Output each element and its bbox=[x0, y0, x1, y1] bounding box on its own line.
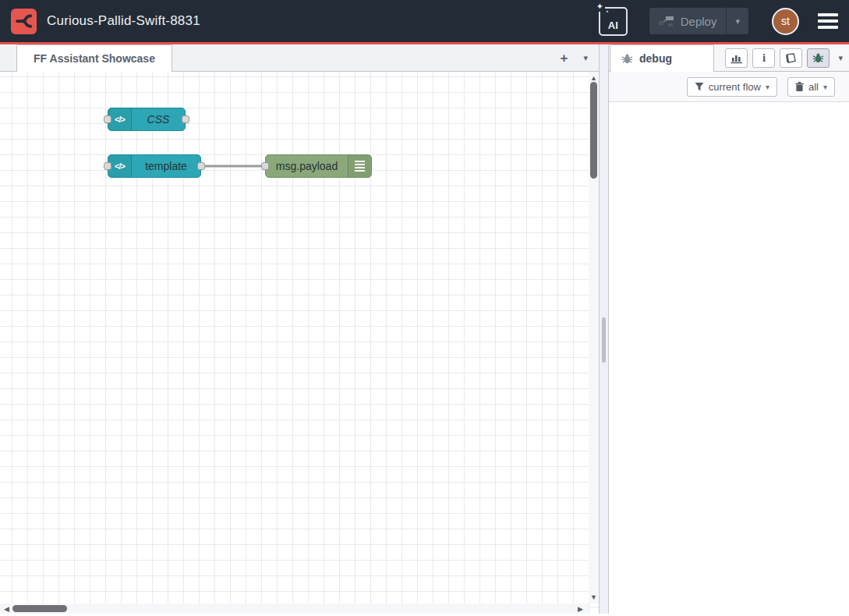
tabbar-actions: + ▾ bbox=[561, 44, 588, 71]
flow-list-caret-icon[interactable]: ▾ bbox=[583, 53, 588, 63]
funnel-icon bbox=[695, 82, 704, 91]
avatar-initials: st bbox=[781, 15, 790, 27]
main-area: FF Assistant Showcase + ▾ </> CSS bbox=[0, 44, 849, 614]
clear-caret-icon: ▾ bbox=[823, 83, 827, 91]
sidebar-menu-caret-icon[interactable]: ▾ bbox=[838, 53, 843, 63]
sidebar-resize-handle[interactable] bbox=[602, 317, 606, 363]
scroll-up-icon[interactable]: ▲ bbox=[589, 74, 599, 82]
node-label: CSS bbox=[132, 108, 185, 130]
node-ui-template[interactable]: </> template bbox=[108, 154, 201, 178]
scroll-left-icon[interactable]: ◀ bbox=[2, 605, 12, 613]
help-tab-button[interactable] bbox=[780, 48, 802, 68]
input-port[interactable] bbox=[104, 115, 111, 123]
flow-tabbar: FF Assistant Showcase + ▾ bbox=[0, 44, 599, 72]
debug-lines-icon bbox=[348, 155, 371, 177]
node-label: msg.payload bbox=[266, 155, 348, 177]
sparkle-icon: ✦ bbox=[595, 2, 605, 12]
debug-filter-button[interactable]: current flow ▾ bbox=[687, 77, 777, 97]
workspace: FF Assistant Showcase + ▾ </> CSS bbox=[0, 44, 599, 614]
flow-tab-label: FF Assistant Showcase bbox=[34, 52, 155, 65]
sidebar-resize-gutter[interactable] bbox=[599, 44, 609, 614]
input-port[interactable] bbox=[104, 162, 111, 170]
wire-layer bbox=[0, 72, 599, 614]
output-port[interactable] bbox=[182, 115, 189, 123]
hamburger-bar bbox=[818, 26, 838, 29]
debug-clear-button[interactable]: all ▾ bbox=[787, 77, 835, 97]
deploy-button[interactable]: Deploy ▾ bbox=[649, 8, 748, 34]
code-icon: </> bbox=[108, 155, 132, 177]
sparkle-small-icon: ˟ bbox=[607, 10, 608, 16]
debug-filter-label: current flow bbox=[709, 81, 761, 93]
book-icon bbox=[785, 53, 797, 64]
user-avatar[interactable]: st bbox=[772, 8, 799, 35]
dashboard-chart-tab-button[interactable] bbox=[725, 48, 748, 68]
debug-messages-panel[interactable] bbox=[609, 102, 849, 614]
add-flow-button[interactable]: + bbox=[561, 51, 568, 65]
node-label: template bbox=[132, 155, 200, 177]
bug-icon bbox=[621, 53, 633, 65]
vertical-scrollbar-thumb[interactable] bbox=[590, 82, 597, 179]
horizontal-scrollbar[interactable]: ◀ ▶ bbox=[0, 604, 589, 614]
debug-tab-button[interactable] bbox=[807, 48, 830, 68]
sidebar-tab-debug[interactable]: debug bbox=[610, 44, 714, 72]
info-icon: i bbox=[762, 51, 766, 65]
debug-enable-toggle[interactable] bbox=[372, 157, 392, 177]
node-ui-template-css[interactable]: </> CSS bbox=[108, 108, 186, 131]
sidebar-tabbar: debug i bbox=[609, 44, 849, 72]
ai-button-label: AI bbox=[608, 19, 618, 31]
deploy-caret-icon[interactable]: ▾ bbox=[727, 16, 748, 27]
debug-sidebar: debug i bbox=[609, 44, 849, 614]
sidebar-tab-actions: i ▾ bbox=[725, 48, 843, 68]
main-menu-button[interactable] bbox=[818, 13, 838, 29]
debug-filter-toolbar: current flow ▾ all ▾ bbox=[609, 72, 849, 102]
trash-icon bbox=[795, 82, 804, 92]
node-debug-msg-payload[interactable]: msg.payload bbox=[265, 154, 372, 178]
deploy-button-label: Deploy bbox=[681, 15, 727, 28]
scroll-down-icon[interactable]: ▼ bbox=[589, 593, 599, 601]
instance-title: Curious-Pallid-Swift-8831 bbox=[47, 13, 200, 29]
filter-caret-icon: ▾ bbox=[766, 83, 769, 91]
output-port[interactable] bbox=[197, 162, 205, 170]
flowfuse-logo-icon[interactable] bbox=[11, 9, 37, 34]
ai-assistant-button[interactable]: ✦ ˟ AI bbox=[599, 7, 628, 36]
hamburger-bar bbox=[818, 19, 838, 23]
bug-icon bbox=[812, 52, 824, 64]
horizontal-scrollbar-thumb[interactable] bbox=[12, 605, 67, 612]
header: Curious-Pallid-Swift-8831 ✦ ˟ AI Deploy … bbox=[0, 0, 849, 44]
deploy-nodes-icon bbox=[649, 15, 681, 27]
debug-clear-label: all bbox=[808, 81, 819, 93]
hamburger-bar bbox=[818, 13, 838, 16]
info-tab-button[interactable]: i bbox=[752, 48, 775, 68]
vertical-scrollbar[interactable]: ▲ ▼ bbox=[589, 72, 599, 604]
sidebar-tab-label: debug bbox=[639, 52, 672, 65]
input-port[interactable] bbox=[261, 162, 269, 170]
flow-canvas[interactable]: </> CSS </> template msg.payload bbox=[0, 72, 599, 614]
bar-chart-icon bbox=[730, 53, 743, 64]
flow-tab-active[interactable]: FF Assistant Showcase bbox=[16, 44, 172, 72]
code-icon: </> bbox=[108, 108, 132, 130]
scroll-right-icon[interactable]: ▶ bbox=[575, 605, 585, 613]
